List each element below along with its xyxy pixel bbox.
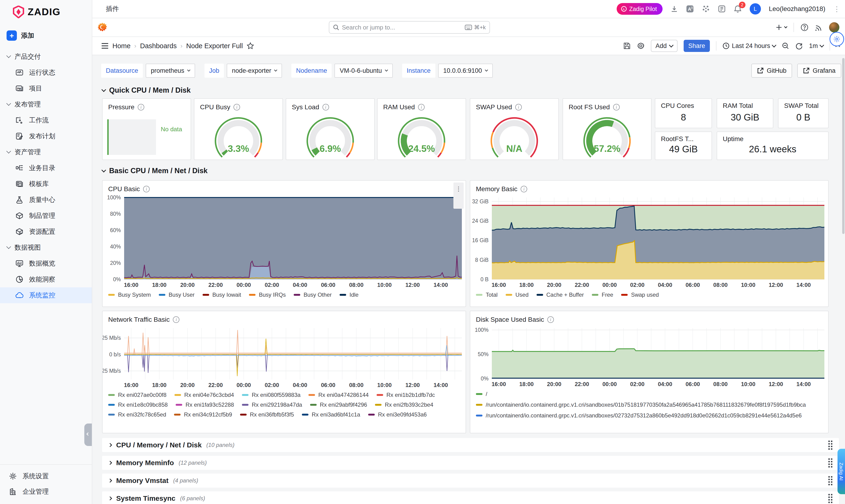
legend-item[interactable]: Rx eni1b2b1dfb7dc bbox=[377, 392, 435, 398]
breadcrumb-home[interactable]: Home bbox=[113, 42, 131, 50]
legend-item[interactable]: Busy Other bbox=[294, 291, 332, 298]
help-icon[interactable] bbox=[800, 23, 809, 31]
info-icon[interactable]: i bbox=[418, 104, 425, 110]
sidebar-collapse-handle[interactable] bbox=[84, 424, 92, 446]
sidebar-section-2[interactable]: 资产管理 bbox=[0, 144, 92, 160]
new-button[interactable] bbox=[776, 24, 787, 31]
variable-value-dropdown[interactable]: prometheus bbox=[146, 64, 195, 78]
row-drag-handle[interactable] bbox=[828, 494, 832, 503]
zadig-pilot-button[interactable]: A Zadig Pilot bbox=[617, 3, 662, 15]
download-icon[interactable] bbox=[671, 5, 678, 13]
legend-item[interactable]: Rx eni36fbfb5f3f5 bbox=[240, 411, 294, 418]
time-range-picker[interactable]: Last 24 hours bbox=[723, 42, 776, 50]
panel-title[interactable]: RAM Total bbox=[723, 102, 753, 109]
sidebar-item[interactable]: 效能洞察 bbox=[0, 271, 92, 287]
info-icon[interactable]: i bbox=[323, 104, 329, 110]
info-icon[interactable]: i bbox=[521, 186, 527, 192]
translate-icon[interactable]: A文 bbox=[686, 5, 694, 13]
variable-value-dropdown[interactable]: VM-0-6-ubuntu bbox=[334, 64, 393, 78]
legend-item[interactable]: Rx eni1e8c09bc858 bbox=[108, 401, 168, 408]
legend-item[interactable]: Rx eni04e76c3cbd4 bbox=[174, 392, 234, 398]
save-dashboard-icon[interactable] bbox=[623, 42, 631, 50]
zadig-settings-float-button[interactable] bbox=[830, 32, 844, 46]
legend-item[interactable]: Busy IRQs bbox=[249, 291, 286, 298]
panel-title[interactable]: Memory Basic bbox=[476, 185, 517, 193]
legend-item[interactable]: Busy System bbox=[108, 291, 151, 298]
add-button[interactable]: + 添加 bbox=[6, 31, 92, 41]
more-menu-icon[interactable]: ⋮ bbox=[833, 5, 840, 13]
legend-item[interactable]: Total bbox=[476, 291, 498, 298]
panel-title[interactable]: CPU Busy bbox=[200, 104, 230, 111]
section-basic-cpu-mem-net-disk[interactable]: Basic CPU / Mem / Net / Disk bbox=[102, 167, 207, 175]
legend-item[interactable]: Rx eni292198a47da bbox=[242, 401, 302, 408]
breadcrumb-current[interactable]: Node Exporter Full bbox=[186, 42, 243, 50]
sidebar-footer-item[interactable]: 系统设置 bbox=[0, 468, 92, 484]
panel-title[interactable]: Root FS Used bbox=[569, 104, 610, 111]
info-icon[interactable]: i bbox=[173, 316, 179, 323]
section-quick-cpu-mem-disk[interactable]: Quick CPU / Mem / Disk bbox=[102, 86, 191, 94]
add-panel-button[interactable]: Add bbox=[651, 40, 677, 52]
panel-menu[interactable]: ⋮ bbox=[453, 182, 464, 209]
scrollbar-thumb[interactable] bbox=[842, 58, 845, 234]
panel-title[interactable]: CPU Basic bbox=[108, 185, 140, 193]
legend-item[interactable]: Rx eni3ad6bf41c1a bbox=[302, 411, 360, 418]
sidebar-section-0[interactable]: 产品交付 bbox=[0, 49, 92, 65]
zoom-out-icon[interactable] bbox=[782, 42, 789, 50]
panel-title[interactable]: Uptime bbox=[723, 135, 744, 143]
sidebar-section-1[interactable]: 发布管理 bbox=[0, 96, 92, 112]
info-icon[interactable]: i bbox=[613, 104, 620, 110]
sidebar-item[interactable]: 质量中心 bbox=[0, 192, 92, 208]
breadcrumb-dashboards[interactable]: Dashboards bbox=[140, 42, 177, 50]
sidebar-item[interactable]: 模板库 bbox=[0, 176, 92, 192]
sidebar-item[interactable]: 发布计划 bbox=[0, 128, 92, 144]
search-input[interactable]: Search or jump to... ⌘+k bbox=[329, 21, 490, 34]
menu-toggle-icon[interactable] bbox=[101, 42, 109, 49]
chart-plot[interactable]: 0%20%40%60%80%100%16:0018:0020:0022:0000… bbox=[103, 194, 466, 291]
legend-item[interactable]: Free bbox=[592, 291, 613, 298]
legend-item[interactable]: Rx eni34c912cf5b9 bbox=[174, 411, 232, 418]
legend-item[interactable]: Rx eni0a474286144 bbox=[308, 392, 369, 398]
grafana-link-button[interactable]: Grafana bbox=[797, 64, 841, 78]
variable-value-dropdown[interactable]: 10.0.0.6:9100 bbox=[438, 64, 493, 78]
sidebar-section-3[interactable]: 数据视图 bbox=[0, 239, 92, 255]
sidebar-item[interactable]: 运行状态 bbox=[0, 65, 92, 80]
refresh-interval-picker[interactable]: 1m bbox=[809, 42, 824, 50]
chart-plot[interactable]: -25 Mb/s0 b/s25 Mb/s16:0018:0020:0022:00… bbox=[103, 324, 466, 391]
github-link-button[interactable]: GitHub bbox=[751, 64, 792, 78]
sidebar-item[interactable]: 数据概览 bbox=[0, 255, 92, 271]
sidebar-item[interactable]: 业务目录 bbox=[0, 160, 92, 176]
rss-icon[interactable] bbox=[815, 24, 823, 31]
row-drag-handle[interactable] bbox=[828, 458, 832, 468]
panel-title[interactable]: SWAP Total bbox=[784, 102, 818, 109]
panel-title[interactable]: Pressure bbox=[108, 104, 134, 111]
dashboard-settings-icon[interactable] bbox=[637, 42, 645, 50]
info-icon[interactable]: i bbox=[143, 186, 150, 192]
sidebar-item[interactable]: 制品管理 bbox=[0, 208, 92, 224]
legend-item[interactable]: Busy User bbox=[159, 291, 195, 298]
panel-title[interactable]: CPU Cores bbox=[661, 102, 694, 109]
panel-title[interactable]: RootFS T... bbox=[661, 135, 694, 143]
chart-plot[interactable]: 0 B8 GiB16 GiB24 GiB32 GiB16:0018:0020:0… bbox=[470, 194, 828, 291]
legend-item[interactable]: Rx eni32fc78c65ed bbox=[108, 411, 166, 418]
panel-title[interactable]: Sys Load bbox=[292, 104, 319, 111]
chart-plot[interactable]: 0%50%100%16:0018:0020:0022:0000:0002:000… bbox=[470, 324, 828, 390]
sidebar-item[interactable]: 工作流 bbox=[0, 112, 92, 128]
docs-icon[interactable] bbox=[718, 5, 726, 13]
row-drag-handle[interactable] bbox=[828, 440, 832, 450]
sidebar-item[interactable]: PM项目 bbox=[0, 80, 92, 96]
legend-item[interactable]: Rx eni027ae0c00f8 bbox=[108, 392, 167, 398]
info-icon[interactable]: i bbox=[234, 104, 240, 110]
panel-title[interactable]: Disk Space Used Basic bbox=[476, 316, 544, 323]
sidebar-item[interactable]: 系统监控 bbox=[0, 287, 92, 303]
legend-item[interactable]: Rx eni29abf9f4296 bbox=[310, 401, 367, 408]
row-drag-handle[interactable] bbox=[828, 476, 832, 485]
legend-item[interactable]: Rx eni080f559883a bbox=[242, 392, 300, 398]
zadig-ai-tab[interactable]: Zadig AI bbox=[838, 449, 845, 494]
panel-title[interactable]: SWAP Used bbox=[476, 104, 512, 111]
sidebar-footer-item[interactable]: 企业管理 bbox=[0, 484, 92, 499]
user-name[interactable]: Leo(leozhang2018) bbox=[769, 5, 825, 13]
legend-item[interactable]: Used bbox=[506, 291, 529, 298]
legend-item[interactable]: /run/containerd/io.containerd.grpc.v1.cr… bbox=[476, 401, 823, 408]
tab-plugins[interactable]: 插件 bbox=[106, 4, 119, 13]
legend-item[interactable]: Swap used bbox=[621, 291, 659, 298]
